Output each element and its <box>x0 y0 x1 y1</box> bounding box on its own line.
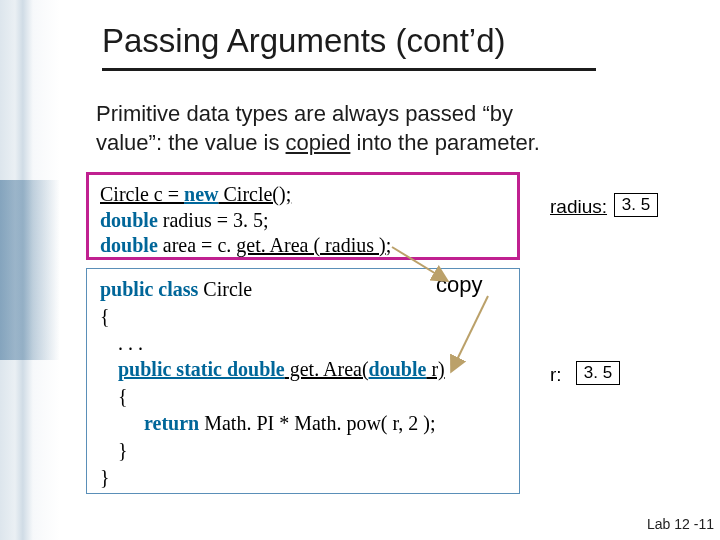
code-bot-l7: } <box>100 437 128 464</box>
code-top-double2: double <box>100 234 158 256</box>
code-top-double1: double <box>100 209 158 231</box>
code-top-l1a: Circle c = <box>100 183 184 205</box>
code-top-new: new <box>184 183 218 205</box>
code-top-l2b: radius = 3. 5; <box>158 209 269 231</box>
body-text: Primitive data types are always passed “… <box>96 100 666 157</box>
code-bot-return: return <box>144 412 199 434</box>
body-line2b: into the parameter. <box>350 130 540 155</box>
code-bot-l1a: public class <box>100 278 198 300</box>
body-line1: Primitive data types are always passed “… <box>96 101 513 126</box>
code-bot-l3: . . . <box>100 330 143 357</box>
radius-label: radius: <box>550 196 607 218</box>
code-top-call: get. Area ( radius ) <box>236 234 385 256</box>
code-top-l3b: area = c. <box>158 234 236 256</box>
code-bot-l2: { <box>100 305 110 327</box>
slide-content: Passing Arguments (cont’d) Primitive dat… <box>0 0 720 540</box>
r-value: 3. 5 <box>584 363 612 383</box>
r-value-box: 3. 5 <box>576 361 620 385</box>
class-def-code: public class Circle { . . . public stati… <box>100 276 540 490</box>
code-top-l1b: Circle(); <box>218 183 291 205</box>
body-copied: copied <box>286 130 351 155</box>
title-underline <box>102 68 596 71</box>
copy-label: copy <box>436 272 482 298</box>
code-bot-l4c: r) <box>426 358 444 380</box>
radius-value: 3. 5 <box>622 195 650 215</box>
r-label: r: <box>550 364 562 386</box>
code-bot-l1b: Circle <box>198 278 252 300</box>
code-top-l3c: ; <box>386 234 392 256</box>
code-bot-l6b: Math. PI * Math. pow( r, 2 ); <box>199 412 435 434</box>
slide-title: Passing Arguments (cont’d) <box>102 22 662 60</box>
code-bot-l4a: public static double <box>118 358 285 380</box>
slide-footer: Lab 12 -11 <box>647 516 714 532</box>
code-bot-l8: } <box>100 466 110 488</box>
code-bot-l4m: get. Area( <box>285 358 369 380</box>
code-bot-l4kw2: double <box>369 358 427 380</box>
code-bot-l5: { <box>100 383 128 410</box>
caller-code: Circle c = new Circle(); double radius =… <box>100 182 510 259</box>
body-line2a: value”: the value is <box>96 130 286 155</box>
radius-value-box: 3. 5 <box>614 193 658 217</box>
